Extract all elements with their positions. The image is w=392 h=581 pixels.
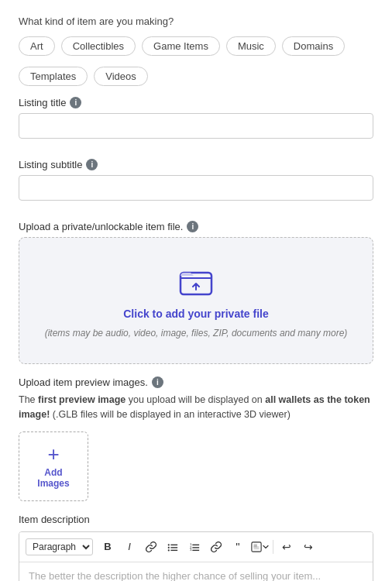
category-tag-game-items[interactable]: Game Items [142, 36, 220, 56]
upload-private-dropzone[interactable]: Click to add your private file (items ma… [19, 237, 373, 364]
listing-subtitle-input[interactable] [19, 175, 373, 201]
svg-rect-6 [170, 549, 177, 550]
toolbar-link-button[interactable] [141, 537, 161, 557]
embed-icon [251, 541, 262, 552]
category-tag-group-2: Templates Videos [19, 67, 373, 86]
svg-rect-12 [192, 549, 199, 550]
category-tag-videos[interactable]: Videos [94, 67, 148, 86]
svg-rect-2 [170, 544, 177, 545]
category-tag-art[interactable]: Art [19, 36, 55, 56]
category-tag-domains[interactable]: Domains [282, 36, 345, 56]
upload-images-label: Upload item preview images. i [19, 376, 373, 388]
editor-container: Paragraph B I 1. [19, 531, 373, 582]
upload-private-section: Upload a private/unlockable item file. i… [19, 221, 373, 364]
embed-dropdown-icon [263, 544, 269, 550]
description-label: Item description [19, 514, 373, 525]
upload-folder-icon [177, 261, 215, 300]
add-images-box[interactable]: + Add Images [19, 431, 88, 501]
svg-point-1 [168, 544, 170, 545]
toolbar-ol-button[interactable]: 1. 2. 3. [184, 537, 205, 557]
upload-images-section: Upload item preview images. i The first … [19, 376, 373, 501]
description-section: Item description Paragraph B I [19, 514, 373, 582]
upload-private-label: Upload a private/unlockable item file. i [19, 221, 373, 232]
add-images-plus-icon: + [47, 444, 59, 464]
add-images-label: Add Images [37, 467, 69, 489]
upload-images-info-icon[interactable]: i [152, 376, 163, 388]
toolbar-ul-button[interactable] [163, 537, 183, 557]
listing-title-label: Listing title i [19, 97, 373, 108]
toolbar-link2-button[interactable] [206, 537, 226, 557]
svg-rect-8 [192, 544, 199, 545]
editor-toolbar: Paragraph B I 1. [19, 532, 373, 562]
ol-icon: 1. 2. 3. [189, 541, 200, 552]
ul-icon [167, 541, 178, 552]
category-tag-collectibles[interactable]: Collectibles [61, 36, 136, 56]
svg-rect-10 [192, 547, 199, 548]
toolbar-undo-button[interactable]: ↩ [277, 537, 297, 557]
svg-rect-4 [170, 547, 177, 548]
svg-text:3.: 3. [190, 548, 193, 552]
upload-private-info-icon[interactable]: i [187, 221, 198, 232]
category-tag-templates[interactable]: Templates [19, 67, 88, 86]
listing-title-info-icon[interactable]: i [70, 97, 81, 108]
svg-rect-16 [253, 546, 259, 547]
toolbar-bold-button[interactable]: B [98, 537, 118, 557]
svg-point-5 [168, 549, 170, 551]
toolbar-italic-button[interactable]: I [119, 537, 139, 557]
toolbar-divider [273, 540, 273, 554]
editor-body[interactable]: The better the description the higher ch… [19, 562, 373, 582]
svg-point-3 [168, 546, 170, 548]
category-tag-group: Art Collectibles Game Items Music Domain… [19, 36, 373, 56]
toolbar-quote-button[interactable]: " [228, 537, 248, 557]
listing-title-input[interactable] [19, 113, 373, 139]
item-type-question: What kind of item are you making? [19, 15, 373, 27]
upload-private-sub: (items may be audio, video, image, files… [45, 326, 348, 340]
svg-rect-15 [253, 548, 259, 548]
upload-private-cta: Click to add your private file [123, 308, 269, 320]
category-tag-music[interactable]: Music [226, 36, 276, 56]
toolbar-redo-button[interactable]: ↪ [298, 537, 318, 557]
link-icon [146, 541, 156, 552]
note-bold-first: first preview image [38, 394, 126, 405]
toolbar-paragraph-select[interactable]: Paragraph [26, 538, 93, 555]
toolbar-embed-button[interactable] [249, 537, 270, 557]
upload-images-note: The first preview image you upload will … [19, 393, 373, 422]
link2-icon [211, 541, 222, 552]
listing-subtitle-label: Listing subtitle i [19, 159, 373, 170]
listing-subtitle-info-icon[interactable]: i [86, 159, 98, 170]
